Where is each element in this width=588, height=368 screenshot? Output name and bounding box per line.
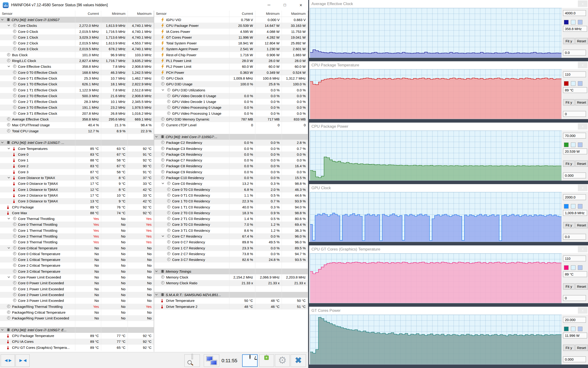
graph-line-color-swatch[interactable] <box>564 265 569 270</box>
sensor-row[interactable]: Core 387 °C58 °C91 °C <box>0 169 154 175</box>
sensor-row[interactable]: Core 1 C7 Residency23.3 %0.0 %89.5 % <box>154 245 308 251</box>
sensor-row[interactable]: Core 3 T1 Effective Clock207.8 MHz26.8 M… <box>0 110 154 116</box>
sensor-row[interactable]: Core Effective Clocks358.8 MHz7.8 MHz2,9… <box>0 64 154 69</box>
graph-close-button[interactable]: x <box>578 123 588 129</box>
reset-button[interactable]: Reset <box>575 283 588 290</box>
remote-monitoring-button[interactable] <box>204 354 219 367</box>
sensor-row[interactable]: Core 1 Thermal ThrottlingYesNoYes <box>0 228 154 233</box>
sensor-row[interactable]: Package/Ring Power Limit ExceededNoNoNo <box>0 315 154 321</box>
column-header-maximum[interactable]: Maximum <box>128 11 154 17</box>
sensor-row[interactable]: PL2 Power Limit60.0 W60.0 W60.0 W <box>154 64 308 69</box>
graph-ymin-value[interactable]: 0.0 <box>563 234 586 240</box>
graph-line-color-swatch[interactable] <box>564 204 569 209</box>
report-button[interactable]: + <box>259 354 274 367</box>
collapse-columns-button[interactable]: ►◄ <box>16 354 30 367</box>
sensor-row[interactable]: IA Cores Power4.595 W4.088 W11.753 W <box>154 29 308 35</box>
graph-ymin-value[interactable]: 0.0 <box>563 50 586 55</box>
sensor-row[interactable]: Rest-of-Chip Power1.716 W0.906 W1.883 W <box>154 52 308 58</box>
titlebar[interactable]: HWiNFO64 v7.12-4580 Sensor Status [96 va… <box>0 0 308 10</box>
sensor-row[interactable]: Core Distance to TjMAX15 °C8 °C37 °C <box>0 175 154 181</box>
sensor-row[interactable]: GPU D3D Utilizations0.0 %0.0 % <box>154 87 308 93</box>
graph-ymax-value[interactable]: 2000.0 <box>563 194 586 200</box>
sensor-row[interactable]: Package C3 Residency0.0 %0.0 %0.7 % <box>154 146 308 151</box>
graph-ymin-value[interactable]: 0.000 <box>563 173 586 178</box>
sensor-row[interactable]: GT Cores Power11.996 W4.282 W19.041 W <box>154 35 308 40</box>
sensor-row[interactable]: Max CPU/Thread Usage40.4 %21.3 %98.4 % <box>0 122 154 128</box>
sensor-row[interactable]: Package C6 Residency0.0 %0.0 %0.0 % <box>154 151 308 157</box>
sensor-section-row[interactable]: CPU [#0]: Intel Core i7-1165G7 <box>0 17 154 23</box>
graph-ymax-value[interactable]: 70.000 <box>563 133 586 138</box>
sensor-row[interactable]: Total CPU Usage12.7 %8.9 %22.3 % <box>0 128 154 134</box>
fit-y-button[interactable]: Fit y <box>563 345 575 351</box>
sensor-row[interactable]: GPU Clock1,009.8 MHz100.6 MHz1,312.7 MHz <box>154 75 308 81</box>
graph-ymin-value[interactable]: 0.000 <box>563 356 586 362</box>
graph-line-color-swatch[interactable] <box>564 327 569 331</box>
sensor-row[interactable]: Core C7 Residency67.4 %0.0 %96.0 % <box>154 233 308 239</box>
graph-titlebar[interactable]: CPU Package Powerx <box>309 123 588 131</box>
minimize-button[interactable]: ─ <box>264 1 274 9</box>
column-header-current[interactable]: Current <box>229 11 255 17</box>
column-header-sensor[interactable]: Sensor <box>0 11 75 17</box>
graph-titlebar[interactable]: Average Effective Clockx <box>309 0 588 8</box>
sensor-row[interactable]: Core 3 T0 Effective Clock191.1 MHz23.2 M… <box>0 105 154 110</box>
sensor-row[interactable]: Core 3 Critical TemperatureNoNoNo <box>0 268 154 274</box>
sensor-row[interactable]: Core Critical TemperatureNoNoNo <box>0 245 154 251</box>
sensor-row[interactable]: Core 3 T1 C0 Residency8.6 %1.2 %36.3 % <box>154 228 308 233</box>
graph-titlebar[interactable]: GPU Clockx <box>309 184 588 192</box>
sensor-row[interactable]: Core 2 T1 Effective Clock28.3 MHz10.1 MH… <box>0 99 154 105</box>
sensor-row[interactable]: CPU Package89 °C76 °C92 °C <box>0 204 154 210</box>
graph-background-color-swatch[interactable] <box>571 20 576 25</box>
sensor-row[interactable]: Core 083 °C67 °C91 °C <box>0 151 154 157</box>
graph-ymax-value[interactable]: 110 <box>563 72 586 77</box>
sensor-section-row[interactable]: CPU [#0]: Intel Core i7-1165G7: ... <box>0 140 154 146</box>
settings-button[interactable]: ⚙ <box>275 354 290 367</box>
sensor-row[interactable]: GPU Video Processing 0 Usage0.0 %0.0 %0.… <box>154 105 308 110</box>
sensor-row[interactable]: Core 2 T1 C0 Residency1.4 %0.5 %80.6 % <box>154 216 308 221</box>
graph-titlebar[interactable]: CPU GT Cores (Graphics) Temperaturex <box>309 245 588 254</box>
sensor-row[interactable]: CPU Package Temperature89 °C77 °C92 °C <box>0 333 154 339</box>
sensor-row[interactable]: iGPU VID0.758 V0.000 V0.883 V <box>154 17 308 23</box>
sensor-row[interactable]: GPU Video Decode 0 Usage0.0 %0.0 %0.0 % <box>154 93 308 99</box>
reset-button[interactable]: Reset <box>575 222 588 228</box>
sensor-row[interactable]: Package C2 Residency0.0 %0.0 %2.8 % <box>154 140 308 146</box>
sensor-row[interactable]: Core Max88 °C74 °C92 °C <box>0 210 154 216</box>
sensor-row[interactable]: CPU IA Cores89 °C77 °C92 °C <box>0 339 154 344</box>
graph-background-color-swatch[interactable] <box>571 142 576 147</box>
sensor-row[interactable]: Core 2 T0 Effective Clock500.3 MHz21.6 M… <box>0 93 154 99</box>
graph-grid-color-swatch[interactable] <box>578 142 582 147</box>
column-header-maximum[interactable]: Maximum <box>282 11 308 17</box>
sensor-row[interactable]: Average Effective Clock358.8 MHz295.6 MH… <box>0 116 154 122</box>
reset-button[interactable]: Reset <box>575 99 588 105</box>
sensor-row[interactable]: Bus Clock101.0 MHz96.9 MHz103.3 MHz <box>0 52 154 58</box>
sensor-row[interactable]: Core 0 T0 C0 Residency6.8 %2.0 %46.3 % <box>154 187 308 193</box>
sensor-row[interactable]: Core 1 T1 Effective Clock1,122.9 MHz7.8 … <box>0 87 154 93</box>
graph-close-button[interactable]: x <box>578 307 588 314</box>
sensor-row[interactable]: Total System Power18.941 W12.804 W25.892… <box>154 40 308 46</box>
sensor-row[interactable]: Current cTDP Level000 <box>154 122 308 128</box>
graph-titlebar[interactable]: GT Cores Powerx <box>309 307 588 315</box>
graph-line-color-swatch[interactable] <box>564 20 569 25</box>
sensor-row[interactable]: Package C8 Residency0.0 %0.0 %16.4 % <box>154 163 308 169</box>
graph-close-button[interactable]: x <box>578 246 588 252</box>
sensor-row[interactable]: Memory Clock2,154.2 MHz2,066.9 MHz2,203.… <box>154 274 308 280</box>
sensor-row[interactable]: Core 3 T0 C0 Residency7.0 %1.2 %69.4 % <box>154 221 308 227</box>
sensor-row[interactable]: Core 1 T1 C0 Residency40.0 %0.3 %94.0 % <box>154 204 308 210</box>
graph-grid-color-swatch[interactable] <box>578 20 582 25</box>
sensor-row[interactable]: Core 1 T0 C0 Residency22.3 %0.7 %93.9 % <box>154 198 308 204</box>
graph-grid-color-swatch[interactable] <box>578 327 582 331</box>
sensor-row[interactable]: Core 2 Power Limit ExceededNoNoNo <box>0 292 154 298</box>
reset-button[interactable]: Reset <box>575 38 588 44</box>
sensor-row[interactable]: PL1 Power Limit28.0 W28.0 W28.0 W <box>154 58 308 64</box>
sensor-row[interactable]: Core Clocks2,272.0 MHz1,613.9 MHz4,740.1… <box>0 23 154 28</box>
fit-y-button[interactable]: Fit y <box>563 38 575 44</box>
column-header-sensor[interactable]: Sensor <box>154 11 229 17</box>
sensor-row[interactable]: Core Power Limit ExceededNoNoNo <box>0 274 154 280</box>
graph-grid-color-swatch[interactable] <box>578 81 582 86</box>
sensor-row[interactable]: Core 1 Critical TemperatureNoNoNo <box>0 257 154 263</box>
sensor-row[interactable]: GPU Video Decode 1 Usage0.0 %0.0 %0.0 % <box>154 99 308 105</box>
sensor-row[interactable]: Core 1 Distance to TjMAX12 °C8 °C42 °C <box>0 187 154 193</box>
clock-button[interactable] <box>242 354 258 367</box>
sensor-row[interactable]: Core 188 °C58 °C92 °C <box>0 157 154 163</box>
graph-ymax-value[interactable]: 20.000 <box>563 317 586 323</box>
graph-background-color-swatch[interactable] <box>571 265 576 270</box>
